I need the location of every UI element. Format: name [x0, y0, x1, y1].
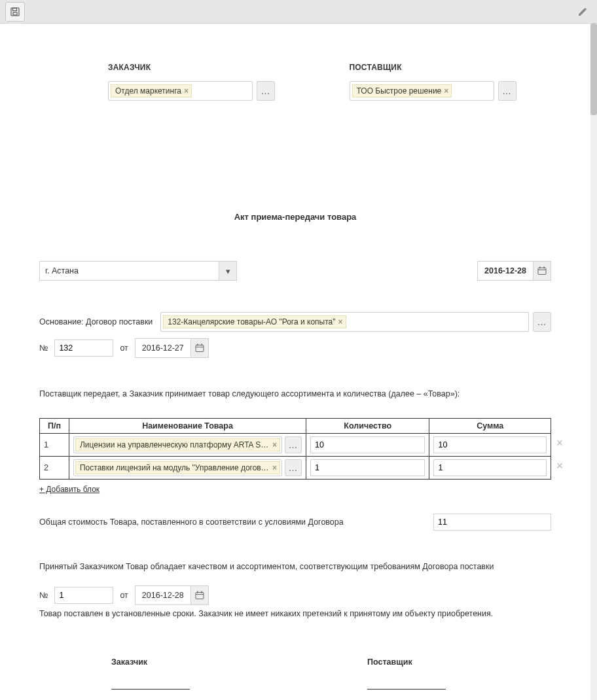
table-row: 2 Поставки лицензий на модуль "Управлени… [40, 457, 551, 480]
svg-rect-0 [11, 8, 19, 16]
item-browse-button[interactable]: … [285, 436, 302, 453]
svg-rect-11 [196, 593, 204, 599]
scrollbar-thumb[interactable] [590, 24, 597, 115]
calendar-icon[interactable] [533, 262, 551, 280]
basis-number-row: № от 2016-12-27 [39, 338, 551, 358]
qty-input[interactable] [310, 436, 425, 453]
footer-paragraph: Товар поставлен в установленные сроки. З… [39, 609, 551, 618]
item-tag: Лицензии на управленческую платформу ART… [75, 438, 280, 451]
basis-num-label: № [39, 343, 48, 353]
calendar-glyph-icon [195, 343, 204, 353]
cell-name: Лицензии на управленческую платформу ART… [69, 434, 306, 457]
page-body: ЗАКАЗЧИК Отдел маркетинга × … ПОСТАВЩИК [0, 24, 597, 700]
customer-sig-label: Заказчик [111, 657, 295, 667]
customer-tag: Отдел маркетинга × [111, 84, 192, 97]
calendar-icon[interactable] [190, 586, 208, 604]
doc-date-value: 2016-12-28 [478, 262, 533, 280]
sum-input[interactable] [433, 459, 547, 476]
document-title: Акт приема-передачи товара [39, 212, 551, 222]
dropdown-arrow-icon[interactable]: ▾ [219, 262, 236, 280]
city-value: г. Астана [40, 262, 219, 280]
quality-date-picker[interactable]: 2016-12-28 [135, 586, 209, 605]
total-input[interactable] [433, 514, 551, 531]
supplier-picker[interactable]: ТОО Быстрое решение × [350, 81, 494, 101]
qty-input[interactable] [310, 459, 425, 476]
edit-button[interactable] [573, 3, 592, 21]
total-row: Общая стоимость Товара, поставленного в … [39, 514, 551, 531]
supplier-browse-button[interactable]: … [498, 81, 516, 101]
sum-input[interactable] [433, 436, 547, 453]
header-pp: П/п [40, 419, 69, 434]
supplier-tag-text: ТОО Быстрое решение [357, 86, 442, 96]
svg-rect-2 [13, 12, 17, 15]
supplier-tag: ТОО Быстрое решение × [352, 84, 452, 97]
svg-rect-10 [201, 344, 202, 346]
doc-date-picker[interactable]: 2016-12-28 [477, 261, 551, 281]
remove-item-icon[interactable]: × [272, 463, 277, 472]
customer-picker[interactable]: Отдел маркетинга × [108, 81, 253, 101]
basis-date-picker[interactable]: 2016-12-27 [135, 338, 209, 358]
quality-date-value: 2016-12-28 [136, 586, 190, 604]
basis-date-value: 2016-12-27 [136, 339, 190, 357]
quality-num-label: № [39, 591, 48, 600]
cell-qty [306, 434, 429, 457]
cell-pp: 1 [40, 434, 69, 457]
signatures: Заказчик М.П. Поставщик М.П. [39, 657, 551, 700]
remove-customer-icon[interactable]: × [184, 86, 189, 96]
remove-item-icon[interactable]: × [272, 440, 277, 449]
table-header-row: П/п Наименование Товара Количество Сумма [40, 419, 551, 434]
item-picker[interactable]: Лицензии на управленческую платформу ART… [73, 436, 282, 453]
cell-pp: 2 [40, 457, 69, 480]
svg-rect-1 [13, 8, 17, 10]
supplier-label: ПОСТАВЩИК [350, 63, 552, 72]
supplier-signature: Поставщик М.П. [295, 657, 551, 700]
save-button[interactable] [5, 2, 25, 22]
customer-signature: Заказчик М.П. [39, 657, 295, 700]
item-browse-button[interactable]: … [285, 459, 302, 476]
customer-label: ЗАКАЗЧИК [108, 63, 310, 72]
basis-tag: 132-Канцелярские товары-АО "Рога и копыт… [163, 315, 346, 328]
table-row: 1 Лицензии на управленческую платформу A… [40, 434, 551, 457]
cell-name: Поставки лицензий на модуль "Управление … [69, 457, 306, 480]
customer-browse-button[interactable]: … [257, 81, 275, 101]
remove-supplier-icon[interactable]: × [444, 86, 448, 96]
basis-number-input[interactable] [54, 340, 113, 357]
cell-sum: × [429, 434, 551, 457]
header-qty: Количество [306, 419, 429, 434]
quality-paragraph: Принятый Заказчиком Товар обладает качес… [39, 562, 551, 571]
cell-qty [306, 457, 429, 480]
header-name: Наименование Товара [69, 419, 306, 434]
calendar-icon[interactable] [190, 339, 208, 357]
quality-number-input[interactable] [54, 587, 113, 604]
basis-browse-button[interactable]: … [533, 312, 551, 332]
cell-sum: × [429, 457, 551, 480]
svg-rect-7 [196, 345, 204, 352]
remove-basis-icon[interactable]: × [338, 317, 343, 326]
customer-column: ЗАКАЗЧИК Отдел маркетинга × … [108, 63, 310, 101]
svg-rect-14 [201, 591, 202, 593]
item-tag-text: Лицензии на управленческую платформу ART… [80, 440, 270, 449]
basis-picker[interactable]: 132-Канцелярские товары-АО "Рога и копыт… [160, 312, 529, 332]
item-picker[interactable]: Поставки лицензий на модуль "Управление … [73, 459, 282, 476]
basis-from-label: от [120, 343, 128, 353]
calendar-glyph-icon [537, 266, 547, 275]
city-select[interactable]: г. Астана ▾ [39, 261, 237, 281]
goods-table: П/п Наименование Товара Количество Сумма… [39, 418, 551, 480]
supplier-sig-line [367, 667, 446, 690]
vertical-scrollbar[interactable] [590, 24, 597, 700]
total-label: Общая стоимость Товара, поставленного в … [39, 517, 344, 527]
save-icon [10, 7, 20, 17]
customer-tag-text: Отдел маркетинга [115, 86, 181, 96]
intro-paragraph: Поставщик передает, а Заказчик принимает… [39, 389, 551, 398]
header-sum: Сумма [429, 419, 551, 434]
add-block-link[interactable]: + Добавить блок [39, 485, 100, 494]
item-tag-text: Поставки лицензий на модуль "Управление … [80, 463, 270, 472]
delete-row-icon[interactable]: × [554, 436, 565, 450]
basis-tag-text: 132-Канцелярские товары-АО "Рога и копыт… [168, 317, 335, 326]
svg-rect-6 [544, 267, 545, 269]
svg-rect-9 [197, 344, 198, 346]
basis-label: Основание: Договор поставки [39, 317, 153, 326]
delete-row-icon[interactable]: × [554, 459, 565, 473]
city-date-row: г. Астана ▾ 2016-12-28 [39, 261, 551, 281]
toolbar [0, 0, 597, 24]
